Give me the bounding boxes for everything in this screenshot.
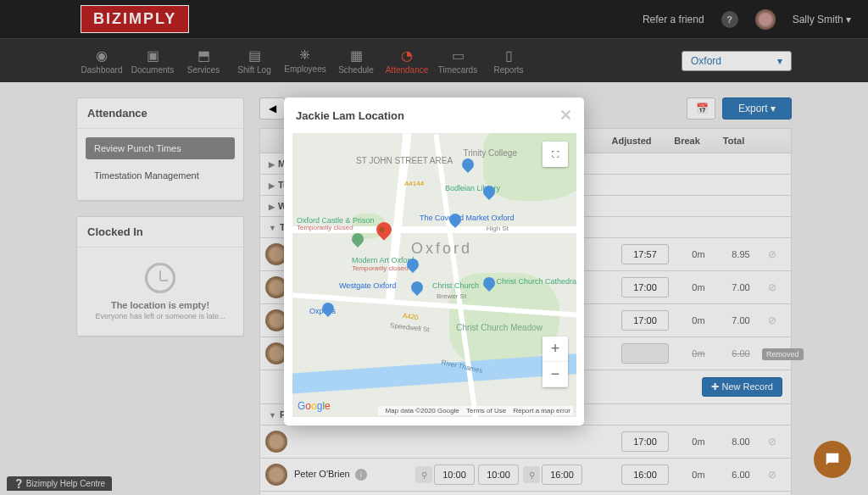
fullscreen-icon[interactable]: ⛶: [542, 142, 568, 167]
close-icon[interactable]: ✕: [559, 106, 572, 125]
chat-icon[interactable]: [814, 441, 851, 478]
map[interactable]: ST JOHN STREET AREA Trinity College Bodl…: [292, 133, 576, 417]
help-centre-button[interactable]: ❔ Bizimply Help Centre: [7, 476, 112, 491]
report-link[interactable]: Report a map error: [513, 407, 570, 414]
zoom-out-button[interactable]: −: [542, 362, 568, 387]
terms-link[interactable]: Terms of Use: [466, 407, 506, 414]
zoom-in-button[interactable]: +: [542, 336, 568, 362]
google-logo: Google: [298, 400, 331, 412]
map-footer: Map data ©2020 Google Terms of Use Repor…: [378, 406, 573, 415]
location-modal: Jackie Lam Location ✕ ST JOHN STREET ARE…: [284, 97, 584, 425]
modal-title: Jackie Lam Location: [296, 109, 404, 122]
